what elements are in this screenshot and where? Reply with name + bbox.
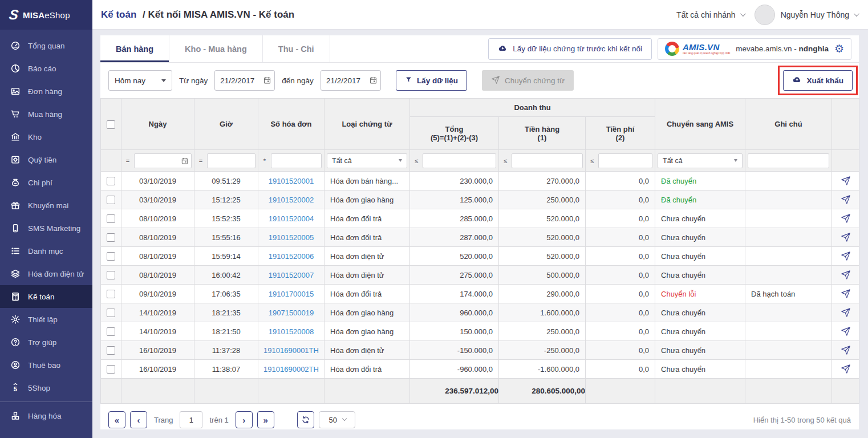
invoice-link[interactable]: 19101520001 (269, 177, 314, 185)
refresh-button[interactable] (297, 411, 314, 428)
sidebar-item-5shop[interactable]: 5 5Shop (0, 376, 92, 399)
avatar[interactable] (755, 5, 775, 25)
invoice-link[interactable]: 19101700015 (269, 290, 314, 298)
cell-doc-type: Hóa đơn đổi trả (325, 360, 410, 379)
user-menu[interactable]: Nguyễn Huy Thông (781, 10, 858, 19)
sidebar-item-label: 5Shop (28, 384, 50, 392)
invoice-link[interactable]: 19101520004 (269, 214, 314, 223)
time-filter-input[interactable] (208, 154, 255, 168)
goods-filter-input[interactable] (512, 154, 582, 168)
to-date-input[interactable] (321, 70, 381, 91)
sidebar-item-bao-cao[interactable]: Báo cáo (0, 57, 92, 80)
fee-filter-input[interactable] (599, 154, 652, 168)
from-date-input[interactable] (214, 70, 275, 91)
sidebar-item-danh-muc[interactable]: Danh mục (0, 240, 92, 262)
col-header-time[interactable]: Giờ (194, 99, 258, 150)
sidebar-item-mua-hang[interactable]: Mua hàng (0, 103, 92, 125)
fetch-before-connect-button[interactable]: Lấy dữ liệu chứng từ trước khi kết nối (488, 38, 652, 60)
select-all-checkbox[interactable] (107, 120, 115, 129)
sidebar-item-quy-tien[interactable]: Quỹ tiền (0, 148, 92, 171)
col-header-date[interactable]: Ngày (121, 99, 194, 150)
tab-kho-mua-hang[interactable]: Kho - Mua hàng (169, 35, 263, 62)
sidebar-item-hoa-don-dien-tu[interactable]: Hóa đơn điện tử (0, 262, 92, 285)
sidebar-item-label: Mua hàng (28, 110, 62, 119)
cell-amis-status: Chưa chuyển (655, 266, 745, 285)
row-checkbox[interactable] (107, 309, 115, 317)
row-checkbox[interactable] (107, 177, 115, 185)
app-logo[interactable]: S MISAeShop (0, 0, 92, 30)
branch-selector[interactable]: Tất cả chi nhánh (676, 10, 744, 19)
row-checkbox[interactable] (107, 252, 115, 261)
transfer-documents-button[interactable]: Chuyển chứng từ (482, 70, 574, 91)
fetch-data-button[interactable]: Lấy dữ liệu (396, 70, 467, 91)
row-checkbox[interactable] (107, 327, 115, 336)
sidebar-item-thiet-lap[interactable]: Thiết lập (0, 308, 92, 331)
row-checkbox[interactable] (107, 271, 115, 279)
note-filter-input[interactable] (748, 154, 829, 168)
export-button[interactable]: Xuất khẩu (783, 70, 853, 91)
table-row: 08/10/2019 16:00:42 19101520007 Hóa đơn … (101, 266, 859, 285)
send-icon[interactable] (841, 251, 851, 261)
sidebar-item-hang-hoa[interactable]: Hàng hóa (0, 404, 92, 427)
amis-status-filter-select[interactable]: Tất cả (658, 153, 743, 168)
col-header-invoice[interactable]: Số hóa đơn (258, 99, 325, 150)
last-page-button[interactable]: » (257, 411, 274, 428)
sidebar-item-kho[interactable]: Kho (0, 125, 92, 148)
row-checkbox[interactable] (107, 233, 115, 242)
invoice-link[interactable]: 19101520002 (269, 196, 314, 204)
invoice-filter-input[interactable] (271, 154, 321, 168)
date-preset-select[interactable]: Hôm nay (108, 70, 172, 91)
page-size-select[interactable]: 50 (319, 411, 355, 428)
tab-ban-hang[interactable]: Bán hàng (100, 35, 169, 62)
invoice-link[interactable]: 19101690001TH (263, 346, 319, 355)
sidebar-item-tro-giup[interactable]: Trợ giúp (0, 331, 92, 354)
col-header-amis-status[interactable]: Chuyển sang AMIS (655, 99, 745, 150)
send-icon[interactable] (841, 213, 851, 224)
next-page-button[interactable]: › (236, 411, 253, 428)
doc-type-filter-select[interactable]: Tất cả (327, 153, 407, 168)
sidebar-item-ke-toan[interactable]: Kế toán (0, 285, 92, 308)
row-checkbox[interactable] (107, 214, 115, 223)
send-icon[interactable] (841, 176, 851, 186)
tab-thu-chi[interactable]: Thu - Chi (263, 35, 330, 62)
send-icon[interactable] (841, 289, 851, 299)
prev-page-button[interactable]: ‹ (130, 411, 147, 428)
sidebar-item-thue-bao[interactable]: Thuê bao (0, 354, 92, 376)
page-number-input[interactable] (180, 411, 202, 428)
row-checkbox[interactable] (107, 290, 115, 298)
invoice-link[interactable]: 19071500019 (269, 309, 314, 317)
col-header-fee[interactable]: Tiền phí(2) (586, 117, 655, 150)
invoice-link[interactable]: 19101690002TH (263, 365, 319, 374)
cell-note (745, 209, 832, 228)
gear-icon[interactable]: ⚙ (834, 43, 844, 54)
cell-goods: 250.000,0 (499, 190, 586, 209)
sidebar-item-chi-phi[interactable]: Chi phí (0, 171, 92, 194)
sidebar-item-khuyen-mai[interactable]: Khuyến mại (0, 194, 92, 217)
breadcrumb-parent-link[interactable]: Kế toán (101, 9, 136, 20)
pagination-bar: « ‹ Trang trên 1 › » 50 Hiển thị 1-50 tr… (100, 408, 859, 431)
invoice-link[interactable]: 19101520008 (269, 327, 314, 336)
col-header-total[interactable]: Tổng(5)=(1)+(2)-(3) (410, 117, 499, 150)
row-checkbox[interactable] (107, 196, 115, 204)
col-header-goods[interactable]: Tiền hàng(1) (499, 117, 586, 150)
sidebar-item-don-hang[interactable]: Đơn hàng (0, 80, 92, 103)
sidebar-item-tong-quan[interactable]: Tổng quan (0, 34, 92, 57)
col-header-note[interactable]: Ghi chú (745, 99, 832, 150)
row-checkbox[interactable] (107, 346, 115, 355)
invoice-link[interactable]: 19101520005 (269, 233, 314, 242)
send-icon[interactable] (841, 364, 851, 374)
send-icon[interactable] (841, 232, 851, 242)
invoice-link[interactable]: 19101520007 (269, 271, 314, 279)
sidebar-item-label: SMS Marketing (28, 224, 80, 233)
first-page-button[interactable]: « (108, 411, 125, 428)
row-checkbox[interactable] (107, 365, 115, 374)
col-header-doc-type[interactable]: Loại chứng từ (325, 99, 410, 150)
sidebar-item-sms-marketing[interactable]: SMS Marketing (0, 217, 92, 240)
send-icon[interactable] (841, 326, 851, 336)
total-filter-input[interactable] (423, 154, 496, 168)
invoice-link[interactable]: 19101520006 (269, 252, 314, 261)
send-icon[interactable] (841, 345, 851, 355)
send-icon[interactable] (841, 307, 851, 318)
send-icon[interactable] (841, 194, 851, 205)
send-icon[interactable] (841, 270, 851, 280)
